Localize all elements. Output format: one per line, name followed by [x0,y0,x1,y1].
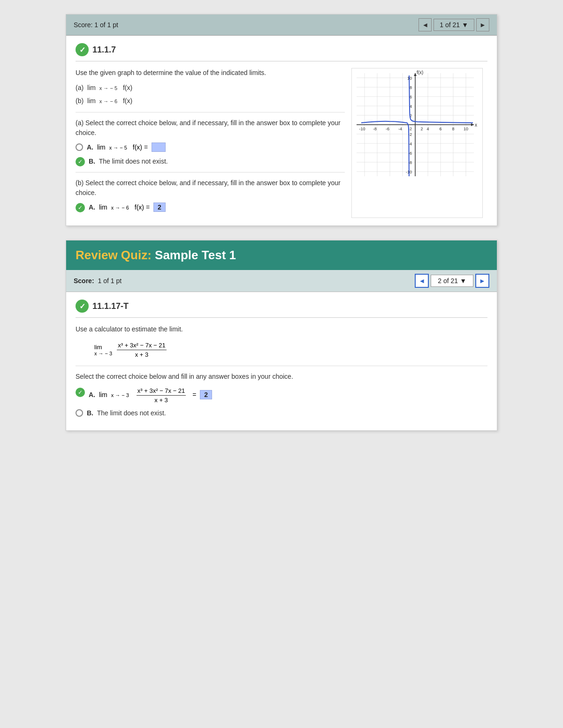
graph-svg-1: x f(x) -10 -8 -6 -4 -2 2 4 6 8 10 [352,68,479,181]
select-instruction-a: (a) Select the correct choice below, and… [76,118,345,138]
question-area-2: ✓ 11.1.17-T Use a calculator to estimate… [66,292,497,430]
quiz-header-2: Review Quiz: Sample Test 1 [66,240,497,270]
choice-2b: B. The limit does not exist. [76,217,345,218]
svg-text:-4: -4 [398,127,402,131]
nav-controls-1: ◄ 1 of 21 ▼ ► [418,18,489,31]
answer-box-1a[interactable] [152,143,166,152]
svg-text:f(x): f(x) [417,70,423,75]
svg-text:2: 2 [420,127,423,131]
instruction-2: Use a calculator to estimate the limit. [76,324,487,334]
choice-fraction-2a: x³ + 3x² − 7x − 21 x + 3 [137,387,186,404]
choice-b-2: B. The limit does not exist. [76,408,487,418]
lim-word: lim x → − 3 [94,344,112,356]
quiz-container: Score: 1 of 1 pt ◄ 1 of 21 ▼ ► ✓ 11.1.7 [66,14,497,431]
radio-b-2[interactable] [76,409,83,417]
choice-2a: ✓ A. lim x → − 6 f(x) = 2 [76,203,345,212]
score-display-2: Score: 1 of 1 pt [74,277,122,285]
radio-1a[interactable] [76,143,83,151]
choice-a-2: ✓ A. lim x → − 3 x³ + 3x² − 7x − 21 x + … [76,387,487,404]
choice-1b-content: B. The limit does not exist. [89,157,168,166]
checkmark-a-2: ✓ [76,388,85,397]
svg-text:6: 6 [410,95,412,99]
svg-text:8: 8 [452,127,454,131]
problem-header-1: ✓ 11.1.7 [76,43,487,61]
correct-checkmark-1: ✓ [76,43,89,56]
select-instruction-b: (b) Select the correct choice below, and… [76,178,345,198]
select-instruction-2: Select the correct choice below and fill… [76,372,487,382]
card-1: Score: 1 of 1 pt ◄ 1 of 21 ▼ ► ✓ 11.1.7 [66,14,497,226]
score-bar-2: Score: 1 of 1 pt ◄ 2 of 21 ▼ ► [66,270,497,292]
problem-header-2: ✓ 11.1.17-T [76,300,487,318]
main-fraction: x³ + 3x² − 7x − 21 x + 3 [117,342,167,358]
choice-2a-content: A. lim x → − 6 f(x) = 2 [89,203,166,212]
next-button-2[interactable]: ► [475,274,489,288]
limit-expression: lim x → − 3 x³ + 3x² − 7x − 21 x + 3 [94,342,487,358]
svg-text:8: 8 [410,85,412,90]
svg-text:4: 4 [426,127,429,131]
problem-id-1: 11.1.7 [92,45,116,55]
problem-id-2: 11.1.17-T [92,301,129,311]
quiz-title-yellow: Review Quiz: [76,248,152,262]
sub-question-b: (b) lim x → − 6 f(x) [76,96,345,106]
page-indicator-2[interactable]: 2 of 21 ▼ [431,275,473,287]
card-2: Review Quiz: Sample Test 1 Score: 1 of 1… [66,240,497,431]
score-bar-1: Score: 1 of 1 pt ◄ 1 of 21 ▼ ► [66,15,497,36]
answer-box-2a[interactable]: 2 [153,203,166,212]
next-button-1[interactable]: ► [476,18,489,31]
score-display-1: Score: 1 of 1 pt [74,21,118,29]
choice-1a: A. lim x → − 5 f(x) = [76,143,345,152]
svg-text:x: x [475,122,477,128]
content-layout-1: Use the given graph to determine the val… [76,68,487,218]
choice-2b-content: B. The limit does not exist. [87,217,166,218]
question-area-1: ✓ 11.1.7 Use the given graph to determin… [66,36,497,225]
prev-button-2[interactable]: ◄ [415,274,429,288]
choice-a-content-2: A. lim x → − 3 x³ + 3x² − 7x − 21 x + 3 … [89,387,212,404]
scroll-area-1[interactable]: Use the given graph to determine the val… [76,68,347,218]
question-text-area-1: Use the given graph to determine the val… [76,68,347,218]
svg-text:6: 6 [439,127,441,131]
score-text-2: Score: 1 of 1 pt [74,277,122,285]
quiz-title-white: Sample Test 1 [152,248,236,262]
graph-area-1: x f(x) -10 -8 -6 -4 -2 2 4 6 8 10 [351,68,483,218]
sub-question-a: (a) lim x → − 5 f(x) [76,83,345,93]
nav-controls-2: ◄ 2 of 21 ▼ ► [415,274,489,288]
checkmark-2a: ✓ [76,203,85,212]
svg-text:-8: -8 [373,127,377,131]
checkmark-1b: ✓ [76,157,85,166]
score-text-1: Score: 1 of 1 pt [74,21,118,29]
quiz-title: Review Quiz: Sample Test 1 [76,248,487,263]
prev-button-1[interactable]: ◄ [418,18,432,31]
page-indicator-1[interactable]: 1 of 21 ▼ [434,19,474,31]
answer-box-a-2[interactable]: 2 [200,390,212,399]
instruction-1: Use the given graph to determine the val… [76,68,345,78]
choice-1a-content: A. lim x → − 5 f(x) = [87,143,166,152]
choice-1b: ✓ B. The limit does not exist. [76,157,345,166]
choice-b-content-2: B. The limit does not exist. [87,408,166,418]
svg-text:-10: -10 [359,127,365,131]
svg-text:-6: -6 [386,127,389,131]
correct-checkmark-2: ✓ [76,300,89,313]
answer-choices-2: ✓ A. lim x → − 3 x³ + 3x² − 7x − 21 x + … [76,387,487,418]
svg-text:10: 10 [464,127,468,131]
